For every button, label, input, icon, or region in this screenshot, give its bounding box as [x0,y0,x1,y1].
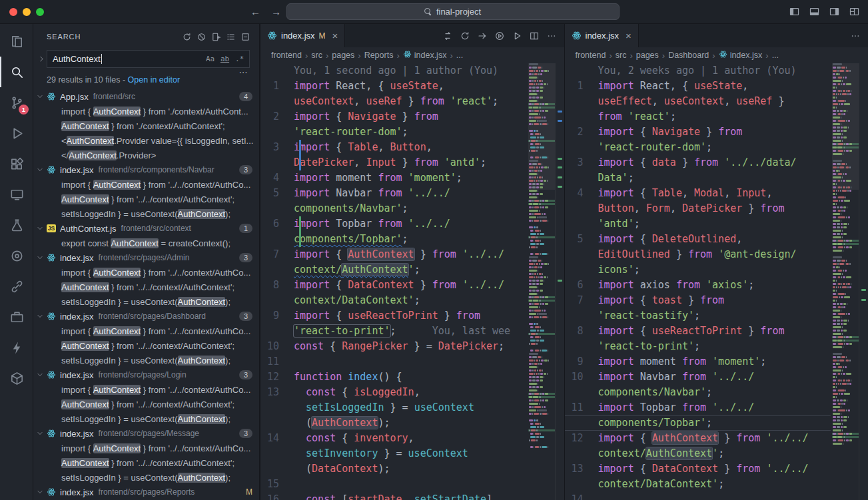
search-match-row[interactable]: import { AuthContext } from '../../conte… [33,265,259,280]
clear-search-icon[interactable] [194,29,209,44]
sync-icon[interactable] [458,29,472,43]
code-line[interactable]: 11import Topbar from '../../ [565,400,831,415]
toggle-replace-icon[interactable] [37,55,47,63]
search-file-row[interactable]: App.jsxfrontend/src4 [33,89,259,104]
minimize-window-button[interactable] [23,8,31,16]
breadcrumb-item[interactable]: frontend [271,51,302,60]
search-file-row[interactable]: index.jsxfrontend/src/pages/Message3 [33,426,259,441]
search-file-row[interactable]: index.jsxfrontend/src/pages/Admin3 [33,250,259,265]
panel-left-icon[interactable] [789,6,800,17]
code-line[interactable]: context/AuthContext'; [260,262,527,278]
code-line[interactable]: 14 [565,492,831,500]
breadcrumb-item[interactable]: frontend [576,51,606,60]
code-line[interactable]: components/Topbar'; [260,232,527,247]
activity-explorer[interactable] [0,26,33,57]
code-line[interactable]: context/AuthContext'; [565,446,831,461]
breadcrumb-item[interactable]: Dashboard [668,51,709,60]
regex-icon[interactable]: .* [233,53,246,65]
view-as-list-icon[interactable] [223,29,238,44]
code-line[interactable]: 13 const { isLoggedIn, [260,385,527,400]
collapse-all-icon[interactable] [238,29,252,44]
code-line[interactable]: You, 2 weeks ago | 1 author (You) [565,63,831,79]
search-match-row[interactable]: AuthContext } from '../../context/AuthCo… [33,280,259,294]
activity-gitlens[interactable] [0,240,33,271]
search-match-row[interactable]: export const AuthContext = createContext… [33,236,259,250]
search-match-row[interactable]: setIsLoggedIn } = useContext(AuthContext… [33,470,259,485]
code-line[interactable]: 14 const { inventory, [260,431,527,446]
code-line[interactable]: 11 [260,354,527,370]
code-line[interactable]: 8import { DataContext } from '../../ [260,278,527,293]
code-area[interactable]: You, 2 weeks ago | 1 author (You)1import… [565,63,831,500]
code-line[interactable]: 'react-toastify'; [565,308,831,324]
code-line[interactable]: 'react-router-dom'; [260,125,527,140]
code-line[interactable]: 7import { toast } from [565,293,831,308]
search-match-row[interactable]: setIsLoggedIn } = useContext(AuthContext… [33,206,259,221]
overview-ruler[interactable] [859,63,868,500]
code-line[interactable]: useEffect, useContext, useRef } [565,94,831,109]
activity-run-and-debug[interactable] [0,118,33,148]
search-input[interactable]: AuthContext Aaab.* [47,50,250,68]
minimap[interactable] [528,63,555,500]
activity-references[interactable] [0,271,33,302]
close-window-button[interactable] [9,8,17,16]
search-match-row[interactable]: import { AuthContext } from '../../conte… [33,441,259,455]
search-match-row[interactable]: AuthContext } from '../../context/AuthCo… [33,397,259,411]
activity-search[interactable] [0,57,33,87]
activity-project-manager[interactable] [0,363,33,393]
breadcrumb-item[interactable]: pages [636,51,659,60]
panel-right-icon[interactable] [829,6,840,17]
breadcrumb-item[interactable]: ... [772,51,779,60]
command-center-search[interactable]: final-project [286,3,620,20]
back-icon[interactable]: ← [250,6,260,17]
close-tab-icon[interactable]: × [626,31,632,41]
match-case-icon[interactable]: Aa [204,53,217,65]
more-actions-icon[interactable] [848,29,863,43]
code-line[interactable]: 'react-to-print'; [565,339,831,354]
search-match-row[interactable]: import { AuthContext } from '../../conte… [33,177,259,192]
search-file-row[interactable]: index.jsxfrontend/src/pages/ReportsM [33,485,259,499]
code-line[interactable]: 'react-to-print'; You, last wee [260,324,527,339]
tab-index-jsx-dashboard[interactable]: index.jsx × [565,24,639,47]
search-match-row[interactable]: AuthContext } from '../../context/AuthCo… [33,455,259,470]
code-line[interactable]: DatePicker, Input } from 'antd'; [260,155,527,170]
search-match-row[interactable]: import { AuthContext } from './context/A… [33,104,259,119]
search-match-row[interactable]: AuthContext } from './context/AuthContex… [33,119,259,133]
close-tab-icon[interactable]: × [332,31,338,41]
code-line[interactable]: 2import { Navigate } from [565,125,831,140]
open-new-search-editor-icon[interactable] [209,29,223,44]
code-line[interactable]: 3import { Table, Button, [260,140,527,155]
code-line[interactable]: 'react-router-dom'; [565,140,831,155]
code-line[interactable]: components/Navbar'; [565,385,831,400]
code-line[interactable]: 9import { useReactToPrint } from [260,308,527,324]
code-line[interactable]: Button, Form, DatePicker } from [565,201,831,216]
more-actions-icon[interactable] [544,29,559,43]
code-line[interactable]: context/DataContext'; [260,293,527,308]
activity-extensions[interactable] [0,148,33,179]
code-line[interactable]: from 'react'; [565,109,831,125]
code-line[interactable]: 4import moment from 'moment'; [260,170,527,186]
split-editor-icon[interactable] [527,29,542,43]
code-line[interactable]: 3import { data } from '../../data/ [565,155,831,170]
refresh-icon[interactable] [179,29,194,44]
code-line[interactable]: (AuthContext); [260,415,527,431]
search-match-row[interactable]: setIsLoggedIn } = useContext(AuthContext… [33,294,259,309]
breadcrumb-item[interactable]: ... [456,51,463,60]
code-line[interactable]: 1import React, { useState, [260,79,527,94]
code-line[interactable]: setInventory } = useContext [260,446,527,461]
toggle-search-details-icon[interactable]: ⋯ [239,69,249,76]
code-line[interactable]: setIsLoggedIn } = useContext [260,400,527,415]
search-match-row[interactable]: <AuthContext.Provider value={{ isLoggedI… [33,133,259,148]
code-line[interactable]: 4import { Table, Modal, Input, [565,186,831,201]
code-line[interactable]: 16 const [startDate, setStartDate] [260,492,527,500]
panel-bottom-icon[interactable] [809,6,820,17]
search-match-row[interactable]: setIsLoggedIn } = useContext(AuthContext… [33,353,259,368]
search-file-row[interactable]: index.jsxfrontend/src/pages/Dashboard3 [33,309,259,324]
code-line[interactable]: EditOutlined } from '@ant-design/ [565,247,831,262]
breadcrumb-item[interactable]: src [311,51,322,60]
code-line[interactable]: 5import Navbar from '../../ [260,186,527,201]
breadcrumb-item[interactable]: pages [332,51,354,60]
search-match-row[interactable]: AuthContext } from '../../context/AuthCo… [33,338,259,353]
run-debug-icon[interactable] [510,29,524,43]
code-line[interactable]: 1import React, { useState, [565,79,831,94]
search-match-row[interactable]: import { AuthContext } from '../../conte… [33,382,259,397]
